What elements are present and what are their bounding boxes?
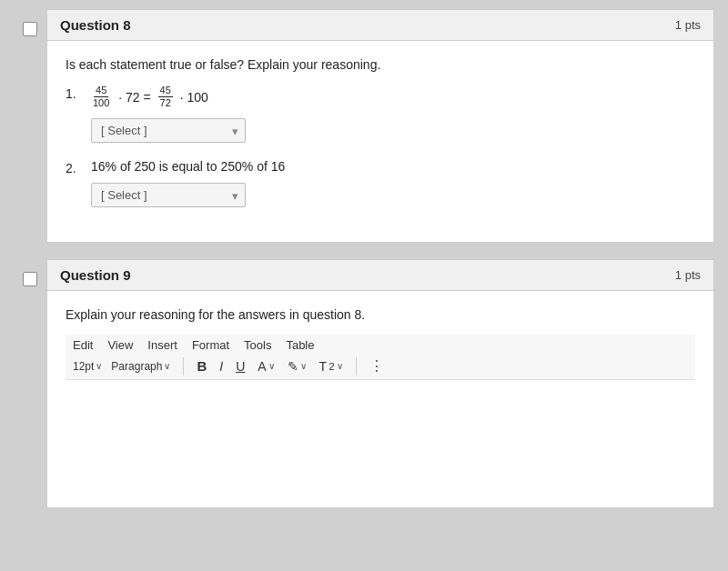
- dot-100: · 100: [177, 90, 208, 105]
- question-8-body: Is each statement true or false? Explain…: [47, 41, 713, 242]
- checkbox-col-8: [14, 9, 46, 243]
- question-8-block: Question 8 1 pts Is each statement true …: [14, 9, 714, 243]
- page: Question 8 1 pts Is each statement true …: [0, 0, 728, 571]
- dot-72: · 72 =: [115, 90, 154, 105]
- highlight-button[interactable]: ✎ ∨: [284, 357, 310, 376]
- item-1-math: 45 100 · 72 = 45 72: [91, 85, 695, 109]
- font-color-button[interactable]: A ∨: [254, 357, 278, 376]
- menu-format[interactable]: Format: [192, 338, 229, 352]
- question-9-body: Explain your reasoning for the answers i…: [47, 291, 713, 507]
- editor-area[interactable]: [66, 380, 695, 489]
- toolbar-para[interactable]: Paragraph ∨: [111, 360, 170, 373]
- item-2-num: 2.: [66, 159, 91, 175]
- question-8-header: Question 8 1 pts: [47, 10, 713, 41]
- size-chevron-icon: ∨: [96, 361, 102, 371]
- para-label: Paragraph: [111, 360, 162, 373]
- italic-button[interactable]: I: [216, 357, 227, 376]
- item-2-row: 2. 16% of 250 is equal to 250% of 16 [ S…: [66, 159, 695, 207]
- menu-table[interactable]: Table: [286, 338, 314, 352]
- para-chevron-icon: ∨: [164, 361, 170, 371]
- size-label: 12pt: [73, 360, 94, 373]
- superscript-button[interactable]: T2 ∨: [316, 357, 347, 376]
- frac-45-72: 45 72: [158, 85, 173, 109]
- item-2-content: 16% of 250 is equal to 250% of 16 [ Sele…: [91, 159, 695, 207]
- toolbar-menu: Edit View Insert Format Tools Table: [73, 338, 688, 352]
- question-9-pts: 1 pts: [675, 268, 701, 282]
- question-9-title: Question 9: [60, 267, 131, 283]
- font-color-chevron-icon: ∨: [268, 361, 275, 371]
- question-9-header: Question 9 1 pts: [47, 260, 713, 291]
- question-9-intro: Explain your reasoning for the answers i…: [66, 307, 695, 322]
- item-2-select[interactable]: [ Select ] True False: [91, 183, 246, 207]
- item-1-select-wrapper: [ Select ] True False: [91, 118, 246, 143]
- item-2-select-wrapper: [ Select ] True False: [91, 183, 246, 207]
- toolbar-separator-2: [356, 357, 357, 376]
- highlight-chevron-icon: ∨: [300, 361, 307, 371]
- question-8-pts: 1 pts: [675, 18, 701, 32]
- menu-view[interactable]: View: [107, 338, 133, 352]
- frac-45-100: 45 100: [91, 85, 111, 109]
- question-8-intro: Is each statement true or false? Explain…: [66, 57, 695, 72]
- item-1-select[interactable]: [ Select ] True False: [91, 118, 246, 143]
- superscript-chevron-icon: ∨: [337, 361, 343, 371]
- item-2-text: 16% of 250 is equal to 250% of 16: [91, 159, 695, 174]
- menu-edit[interactable]: Edit: [73, 338, 93, 352]
- question-9-block: Question 9 1 pts Explain your reasoning …: [14, 259, 714, 508]
- menu-tools[interactable]: Tools: [244, 338, 271, 352]
- item-1-row: 1. 45 100 · 72 =: [66, 85, 695, 143]
- toolbar-size[interactable]: 12pt ∨: [73, 360, 102, 373]
- toolbar-separator-1: [183, 357, 184, 376]
- question-9-checkbox[interactable]: [23, 272, 37, 286]
- question-8-card: Question 8 1 pts Is each statement true …: [46, 9, 714, 243]
- question-9-card: Question 9 1 pts Explain your reasoning …: [46, 259, 714, 508]
- item-1-content: 45 100 · 72 = 45 72: [91, 85, 695, 143]
- underline-button[interactable]: U: [232, 357, 248, 376]
- menu-insert[interactable]: Insert: [147, 338, 177, 352]
- toolbar-controls: 12pt ∨ Paragraph ∨ B I U A ∨ ✎ ∨ T: [73, 356, 688, 376]
- more-options-button[interactable]: ⋮: [366, 357, 388, 375]
- bold-button[interactable]: B: [193, 356, 210, 376]
- editor-toolbar: Edit View Insert Format Tools Table 12pt…: [66, 335, 695, 380]
- question-8-checkbox[interactable]: [23, 22, 37, 36]
- checkbox-col-9: [14, 259, 46, 508]
- question-8-title: Question 8: [60, 17, 131, 33]
- item-1-num: 1.: [66, 85, 91, 101]
